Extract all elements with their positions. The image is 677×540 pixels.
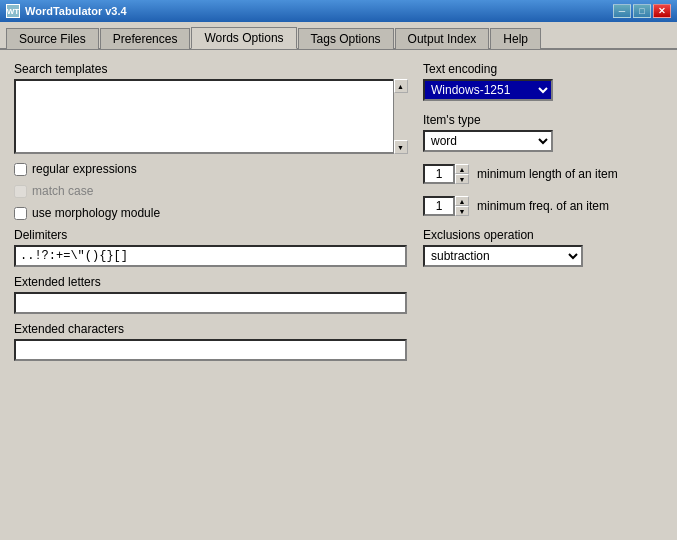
text-encoding-label: Text encoding: [423, 62, 663, 76]
min-freq-label: minimum freq. of an item: [477, 199, 609, 213]
search-templates-section: Search templates ▲ ▼: [14, 62, 407, 154]
scroll-down-arrow[interactable]: ▼: [394, 140, 408, 154]
tab-bar: Source Files Preferences Words Options T…: [0, 22, 677, 50]
tab-source-files[interactable]: Source Files: [6, 28, 99, 49]
min-length-down-button[interactable]: ▼: [455, 174, 469, 184]
search-templates-wrapper: ▲ ▼: [14, 79, 407, 154]
item-type-section: Item's type word phrase character: [423, 113, 663, 152]
window-controls[interactable]: ─ □ ✕: [613, 4, 671, 18]
min-length-spinbox-buttons: ▲ ▼: [455, 164, 469, 184]
search-templates-scrollbar[interactable]: ▲ ▼: [393, 79, 407, 154]
app-icon: WT: [6, 4, 20, 18]
title-text: WordTabulator v3.4: [25, 5, 127, 17]
item-type-select[interactable]: word phrase character: [423, 130, 553, 152]
text-encoding-section: Text encoding Windows-1251 UTF-8 UTF-16 …: [423, 62, 663, 101]
tab-output-index[interactable]: Output Index: [395, 28, 490, 49]
delimiters-section: Delimiters: [14, 228, 407, 267]
min-length-up-button[interactable]: ▲: [455, 164, 469, 174]
scroll-up-arrow[interactable]: ▲: [394, 79, 408, 93]
exclusions-select[interactable]: subtraction intersection union: [423, 245, 583, 267]
search-templates-container: ▲ ▼: [14, 79, 407, 154]
regular-expressions-checkbox[interactable]: [14, 163, 27, 176]
scroll-thumb: [395, 93, 407, 140]
tab-help[interactable]: Help: [490, 28, 541, 49]
morphology-row: use morphology module: [14, 206, 407, 220]
minimize-button[interactable]: ─: [613, 4, 631, 18]
use-morphology-label: use morphology module: [32, 206, 160, 220]
exclusions-label: Exclusions operation: [423, 228, 663, 242]
min-length-label: minimum length of an item: [477, 167, 618, 181]
right-column: Text encoding Windows-1251 UTF-8 UTF-16 …: [423, 62, 663, 528]
min-freq-spinbox: ▲ ▼: [423, 196, 469, 216]
tab-tags-options[interactable]: Tags Options: [298, 28, 394, 49]
min-freq-spinbox-buttons: ▲ ▼: [455, 196, 469, 216]
match-case-row: match case: [14, 184, 407, 198]
regular-expressions-label: regular expressions: [32, 162, 137, 176]
min-freq-input[interactable]: [423, 196, 455, 216]
extended-characters-input[interactable]: [14, 339, 407, 361]
min-length-input[interactable]: [423, 164, 455, 184]
window-content: Source Files Preferences Words Options T…: [0, 22, 677, 540]
min-freq-up-button[interactable]: ▲: [455, 196, 469, 206]
use-morphology-checkbox[interactable]: [14, 207, 27, 220]
close-button[interactable]: ✕: [653, 4, 671, 18]
search-templates-input[interactable]: [16, 81, 405, 152]
left-column: Search templates ▲ ▼ regular expression: [14, 62, 407, 528]
tab-words-options[interactable]: Words Options: [191, 27, 296, 49]
min-length-row: ▲ ▼ minimum length of an item: [423, 164, 663, 184]
search-templates-label: Search templates: [14, 62, 407, 76]
title-bar-left: WT WordTabulator v3.4: [6, 4, 127, 18]
extended-characters-section: Extended characters: [14, 322, 407, 361]
extended-letters-label: Extended letters: [14, 275, 407, 289]
extended-letters-section: Extended letters: [14, 275, 407, 314]
delimiters-label: Delimiters: [14, 228, 407, 242]
maximize-button[interactable]: □: [633, 4, 651, 18]
min-freq-down-button[interactable]: ▼: [455, 206, 469, 216]
extended-characters-label: Extended characters: [14, 322, 407, 336]
tab-preferences[interactable]: Preferences: [100, 28, 191, 49]
min-length-spinbox: ▲ ▼: [423, 164, 469, 184]
text-encoding-select[interactable]: Windows-1251 UTF-8 UTF-16 ASCII: [423, 79, 553, 101]
regular-expressions-row: regular expressions: [14, 162, 407, 176]
delimiters-input[interactable]: [14, 245, 407, 267]
extended-letters-input[interactable]: [14, 292, 407, 314]
match-case-checkbox[interactable]: [14, 185, 27, 198]
exclusions-section: Exclusions operation subtraction interse…: [423, 228, 663, 267]
title-bar: WT WordTabulator v3.4 ─ □ ✕: [0, 0, 677, 22]
item-type-label: Item's type: [423, 113, 663, 127]
min-freq-row: ▲ ▼ minimum freq. of an item: [423, 196, 663, 216]
main-panel: Search templates ▲ ▼ regular expression: [0, 50, 677, 540]
match-case-label: match case: [32, 184, 93, 198]
